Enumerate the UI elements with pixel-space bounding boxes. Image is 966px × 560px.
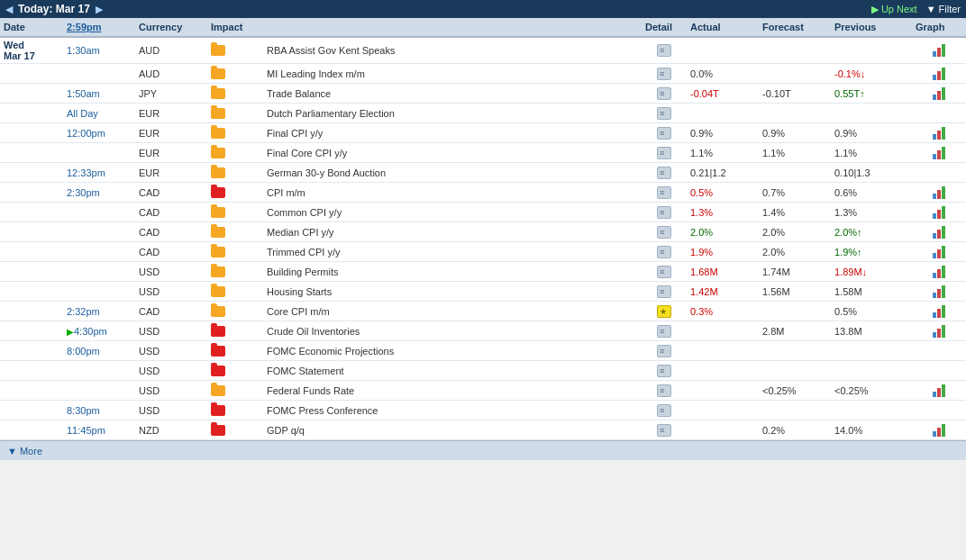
row-detail[interactable] [642,363,687,379]
table-row: USDFOMC Statement [0,361,966,381]
row-graph[interactable] [912,224,966,240]
row-detail[interactable] [642,264,687,280]
bar-chart-icon[interactable] [933,424,945,437]
row-graph[interactable] [912,171,966,175]
row-graph[interactable] [912,284,966,300]
row-graph[interactable] [912,66,966,82]
row-event[interactable]: Building Permits [261,265,642,279]
bar-chart-icon[interactable] [933,87,945,100]
row-graph[interactable] [912,264,966,280]
row-graph[interactable] [912,204,966,221]
row-graph[interactable] [912,422,966,438]
row-detail[interactable] [642,204,687,221]
bar-chart-icon[interactable] [933,305,945,318]
bar-chart-icon[interactable] [933,325,945,338]
col-time[interactable]: 2:59pm [63,22,135,32]
prev-arrow[interactable]: ◀ [5,4,13,15]
row-detail[interactable] [642,185,687,201]
row-event[interactable]: Median CPI y/y [261,225,642,239]
footer-row[interactable]: ▼ More [0,440,966,460]
row-forecast: 1.74M [759,265,831,279]
row-graph[interactable] [912,303,966,320]
detail-icon [657,285,671,298]
bar-chart-icon[interactable] [933,147,945,159]
bar-chart-icon[interactable] [933,285,945,298]
row-detail[interactable] [642,284,687,300]
row-impact [207,43,261,58]
row-detail[interactable] [642,343,687,359]
row-graph[interactable] [912,383,966,399]
row-event[interactable]: RBA Assist Gov Kent Speaks [261,43,642,58]
row-forecast [759,310,831,313]
row-detail[interactable] [642,402,687,419]
bar-chart-icon[interactable] [933,44,945,57]
row-event[interactable]: German 30-y Bond Auction [261,166,642,180]
bar-chart-icon[interactable] [933,68,945,80]
filter-icon: ▼ [926,4,936,14]
row-date [0,290,63,294]
bar-chart-icon[interactable] [933,384,945,397]
row-event[interactable]: MI Leading Index m/m [261,67,642,81]
row-event[interactable]: Housing Starts [261,285,642,299]
filter-button[interactable]: ▼ Filter [926,4,961,14]
row-graph[interactable] [912,244,966,260]
bar-chart-icon[interactable] [933,226,945,239]
row-previous: 1.3% [831,205,912,220]
row-event[interactable]: Final CPI y/y [261,126,642,140]
row-detail[interactable] [642,244,687,260]
row-graph[interactable] [912,323,966,339]
up-next-button[interactable]: ▶ Up Next [871,4,917,15]
more-label[interactable]: ▼ More [7,446,42,456]
row-detail[interactable] [642,224,687,240]
bar-chart-icon[interactable] [933,266,945,278]
bar-chart-icon[interactable] [933,206,945,219]
row-detail[interactable] [642,125,687,141]
table-row: USDBuilding Permits1.68M1.74M1.89M↓ [0,262,966,282]
next-arrow[interactable]: ▶ [96,4,103,15]
red-folder-icon [211,326,225,337]
row-graph[interactable] [912,409,966,412]
row-event[interactable]: FOMC Press Conference [261,403,642,418]
row-graph[interactable] [912,185,966,201]
row-detail[interactable] [642,66,687,82]
row-detail[interactable] [642,383,687,399]
row-event[interactable]: Final Core CPI y/y [261,146,642,160]
row-date [0,230,63,234]
bar-chart-icon[interactable] [933,246,945,258]
row-graph[interactable] [912,112,966,115]
row-event[interactable]: Trade Balance [261,86,642,101]
row-detail[interactable] [642,303,687,320]
bar-chart-icon[interactable] [933,127,945,140]
row-time: 1:50am [63,86,135,101]
row-event[interactable]: FOMC Economic Projections [261,344,642,358]
row-detail[interactable] [642,105,687,122]
row-forecast: 2.8M [759,324,831,339]
star-detail-icon [657,305,671,318]
row-event[interactable]: Crude Oil Inventories [261,324,642,339]
row-detail[interactable] [642,165,687,181]
row-graph[interactable] [912,349,966,353]
row-detail[interactable] [642,86,687,102]
row-detail[interactable] [642,42,687,59]
row-graph[interactable] [912,369,966,373]
row-graph[interactable] [912,42,966,59]
row-graph[interactable] [912,125,966,141]
row-detail[interactable] [642,145,687,161]
row-graph[interactable] [912,145,966,161]
row-detail[interactable] [642,422,687,438]
row-event[interactable]: Core CPI m/m [261,304,642,319]
bar-chart-icon[interactable] [933,186,945,199]
row-detail[interactable] [642,323,687,339]
row-event[interactable]: Federal Funds Rate [261,384,642,398]
row-event[interactable]: GDP q/q [261,423,642,438]
row-event[interactable]: Common CPI y/y [261,205,642,220]
row-event[interactable]: CPI m/m [261,185,642,200]
orange-folder-icon [211,385,225,396]
row-graph[interactable] [912,86,966,102]
row-actual: 1.42M [687,285,759,299]
row-event[interactable]: Trimmed CPI y/y [261,245,642,259]
col-actual: Actual [687,22,759,32]
row-event[interactable]: Dutch Parliamentary Election [261,106,642,121]
row-event[interactable]: FOMC Statement [261,364,642,378]
row-currency: USD [135,384,207,398]
